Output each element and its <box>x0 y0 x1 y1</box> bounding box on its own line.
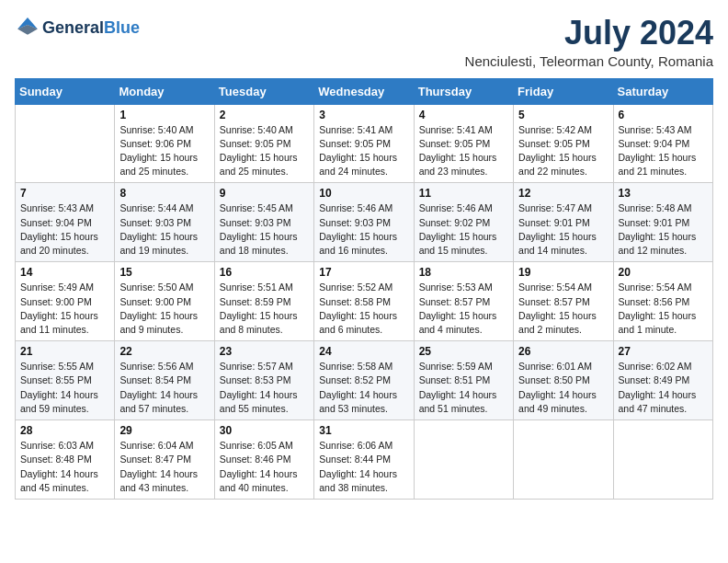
calendar-cell-w4-d6: 26Sunrise: 6:01 AMSunset: 8:50 PMDayligh… <box>514 341 613 420</box>
day-info: Sunrise: 5:44 AMSunset: 9:03 PMDaylight:… <box>119 201 209 258</box>
day-info: Sunrise: 6:04 AMSunset: 8:47 PMDaylight:… <box>119 439 209 495</box>
day-number: 21 <box>20 345 109 358</box>
day-info: Sunrise: 5:52 AMSunset: 8:58 PMDaylight:… <box>319 281 408 337</box>
day-number: 24 <box>319 345 408 358</box>
calendar-cell-w3-d7: 20Sunrise: 5:54 AMSunset: 8:56 PMDayligh… <box>613 262 712 341</box>
day-number: 19 <box>518 266 608 279</box>
calendar-cell-w5-d4: 31Sunrise: 6:06 AMSunset: 8:44 PMDayligh… <box>314 420 414 500</box>
day-info: Sunrise: 5:46 AMSunset: 9:02 PMDaylight:… <box>419 201 508 258</box>
day-info: Sunrise: 5:57 AMSunset: 8:53 PMDaylight:… <box>220 360 309 416</box>
day-info: Sunrise: 5:58 AMSunset: 8:52 PMDaylight:… <box>319 360 408 416</box>
day-info: Sunrise: 5:55 AMSunset: 8:55 PMDaylight:… <box>20 360 109 416</box>
day-number: 30 <box>220 424 309 437</box>
day-info: Sunrise: 5:56 AMSunset: 8:54 PMDaylight:… <box>119 360 209 416</box>
calendar-week-3: 14Sunrise: 5:49 AMSunset: 9:00 PMDayligh… <box>16 262 713 341</box>
day-info: Sunrise: 5:49 AMSunset: 9:00 PMDaylight:… <box>20 281 109 337</box>
calendar-cell-w4-d2: 22Sunrise: 5:56 AMSunset: 8:54 PMDayligh… <box>115 341 214 420</box>
calendar-cell-w4-d5: 25Sunrise: 5:59 AMSunset: 8:51 PMDayligh… <box>414 341 513 420</box>
calendar-week-1: 1Sunrise: 5:40 AMSunset: 9:06 PMDaylight… <box>16 104 713 183</box>
day-info: Sunrise: 6:02 AMSunset: 8:49 PMDaylight:… <box>619 360 708 416</box>
calendar-cell-w2-d2: 8Sunrise: 5:44 AMSunset: 9:03 PMDaylight… <box>115 183 214 262</box>
calendar-cell-w1-d3: 2Sunrise: 5:40 AMSunset: 9:05 PMDaylight… <box>214 104 313 183</box>
calendar-cell-w1-d2: 1Sunrise: 5:40 AMSunset: 9:06 PMDaylight… <box>115 104 214 183</box>
weekday-header-thursday: Thursday <box>414 78 513 104</box>
day-number: 28 <box>20 424 109 437</box>
calendar-cell-w1-d5: 4Sunrise: 5:41 AMSunset: 9:05 PMDaylight… <box>414 104 513 183</box>
calendar-cell-w5-d7 <box>613 420 712 500</box>
day-info: Sunrise: 6:01 AMSunset: 8:50 PMDaylight:… <box>518 360 608 416</box>
calendar-cell-w2-d4: 10Sunrise: 5:46 AMSunset: 9:03 PMDayligh… <box>314 183 414 262</box>
day-info: Sunrise: 5:47 AMSunset: 9:01 PMDaylight:… <box>518 201 608 258</box>
calendar-cell-w4-d1: 21Sunrise: 5:55 AMSunset: 8:55 PMDayligh… <box>16 341 115 420</box>
logo: GeneralBlue <box>15 15 140 40</box>
calendar-cell-w5-d1: 28Sunrise: 6:03 AMSunset: 8:48 PMDayligh… <box>16 420 115 500</box>
day-info: Sunrise: 6:05 AMSunset: 8:46 PMDaylight:… <box>220 439 309 495</box>
calendar-week-5: 28Sunrise: 6:03 AMSunset: 8:48 PMDayligh… <box>16 420 713 500</box>
day-number: 25 <box>419 345 508 358</box>
day-number: 27 <box>619 345 708 358</box>
day-number: 13 <box>619 187 708 200</box>
day-number: 31 <box>319 424 408 437</box>
day-info: Sunrise: 5:41 AMSunset: 9:05 PMDaylight:… <box>319 123 408 179</box>
day-number: 14 <box>20 266 109 279</box>
day-info: Sunrise: 5:53 AMSunset: 8:57 PMDaylight:… <box>419 281 508 337</box>
day-info: Sunrise: 5:54 AMSunset: 8:56 PMDaylight:… <box>619 281 708 337</box>
day-number: 16 <box>220 266 309 279</box>
day-info: Sunrise: 6:06 AMSunset: 8:44 PMDaylight:… <box>319 439 408 495</box>
calendar-cell-w2-d5: 11Sunrise: 5:46 AMSunset: 9:02 PMDayligh… <box>414 183 513 262</box>
day-number: 9 <box>220 187 309 200</box>
day-info: Sunrise: 5:54 AMSunset: 8:57 PMDaylight:… <box>518 281 608 337</box>
day-number: 23 <box>220 345 309 358</box>
day-info: Sunrise: 5:45 AMSunset: 9:03 PMDaylight:… <box>220 201 309 258</box>
day-number: 20 <box>619 266 708 279</box>
day-number: 22 <box>119 345 209 358</box>
calendar-cell-w3-d5: 18Sunrise: 5:53 AMSunset: 8:57 PMDayligh… <box>414 262 513 341</box>
calendar-cell-w3-d2: 15Sunrise: 5:50 AMSunset: 9:00 PMDayligh… <box>115 262 214 341</box>
location-subtitle: Nenciulesti, Teleorman County, Romania <box>465 53 713 69</box>
calendar-cell-w2-d6: 12Sunrise: 5:47 AMSunset: 9:01 PMDayligh… <box>514 183 613 262</box>
calendar-cell-w4-d7: 27Sunrise: 6:02 AMSunset: 8:49 PMDayligh… <box>613 341 712 420</box>
day-info: Sunrise: 5:46 AMSunset: 9:03 PMDaylight:… <box>319 201 408 258</box>
calendar-cell-w5-d3: 30Sunrise: 6:05 AMSunset: 8:46 PMDayligh… <box>214 420 313 500</box>
day-number: 10 <box>319 187 408 200</box>
calendar-cell-w1-d4: 3Sunrise: 5:41 AMSunset: 9:05 PMDaylight… <box>314 104 414 183</box>
calendar-cell-w5-d2: 29Sunrise: 6:04 AMSunset: 8:47 PMDayligh… <box>115 420 214 500</box>
calendar-cell-w5-d5 <box>414 420 513 500</box>
day-number: 15 <box>119 266 209 279</box>
day-number: 11 <box>419 187 508 200</box>
calendar-cell-w2-d7: 13Sunrise: 5:48 AMSunset: 9:01 PMDayligh… <box>613 183 712 262</box>
weekday-header-sunday: Sunday <box>16 78 115 104</box>
day-info: Sunrise: 5:48 AMSunset: 9:01 PMDaylight:… <box>619 201 708 258</box>
day-number: 26 <box>518 345 608 358</box>
day-number: 17 <box>319 266 408 279</box>
day-number: 12 <box>518 187 608 200</box>
day-info: Sunrise: 5:43 AMSunset: 9:04 PMDaylight:… <box>20 201 109 258</box>
day-info: Sunrise: 5:41 AMSunset: 9:05 PMDaylight:… <box>419 123 508 179</box>
page-header: GeneralBlue July 2024 Nenciulesti, Teleo… <box>15 15 713 69</box>
calendar-cell-w1-d1 <box>16 104 115 183</box>
day-number: 5 <box>518 109 608 121</box>
day-number: 1 <box>119 109 209 121</box>
logo-blue: Blue <box>104 18 140 38</box>
day-info: Sunrise: 5:40 AMSunset: 9:06 PMDaylight:… <box>119 123 209 179</box>
calendar-cell-w5-d6 <box>514 420 613 500</box>
calendar-table: SundayMondayTuesdayWednesdayThursdayFrid… <box>15 78 713 500</box>
logo-general: General <box>42 18 104 38</box>
day-info: Sunrise: 5:51 AMSunset: 8:59 PMDaylight:… <box>220 281 309 337</box>
weekday-header-friday: Friday <box>514 78 613 104</box>
calendar-cell-w2-d1: 7Sunrise: 5:43 AMSunset: 9:04 PMDaylight… <box>16 183 115 262</box>
calendar-cell-w1-d6: 5Sunrise: 5:42 AMSunset: 9:05 PMDaylight… <box>514 104 613 183</box>
day-number: 7 <box>20 187 109 200</box>
calendar-cell-w4-d4: 24Sunrise: 5:58 AMSunset: 8:52 PMDayligh… <box>314 341 414 420</box>
logo-icon <box>15 15 40 40</box>
month-year-title: July 2024 <box>465 15 713 52</box>
day-number: 6 <box>619 109 708 121</box>
calendar-cell-w3-d6: 19Sunrise: 5:54 AMSunset: 8:57 PMDayligh… <box>514 262 613 341</box>
day-info: Sunrise: 5:42 AMSunset: 9:05 PMDaylight:… <box>518 123 608 179</box>
weekday-header-monday: Monday <box>115 78 214 104</box>
day-info: Sunrise: 6:03 AMSunset: 8:48 PMDaylight:… <box>20 439 109 495</box>
calendar-week-2: 7Sunrise: 5:43 AMSunset: 9:04 PMDaylight… <box>16 183 713 262</box>
calendar-cell-w2-d3: 9Sunrise: 5:45 AMSunset: 9:03 PMDaylight… <box>214 183 313 262</box>
day-number: 4 <box>419 109 508 121</box>
day-number: 3 <box>319 109 408 121</box>
